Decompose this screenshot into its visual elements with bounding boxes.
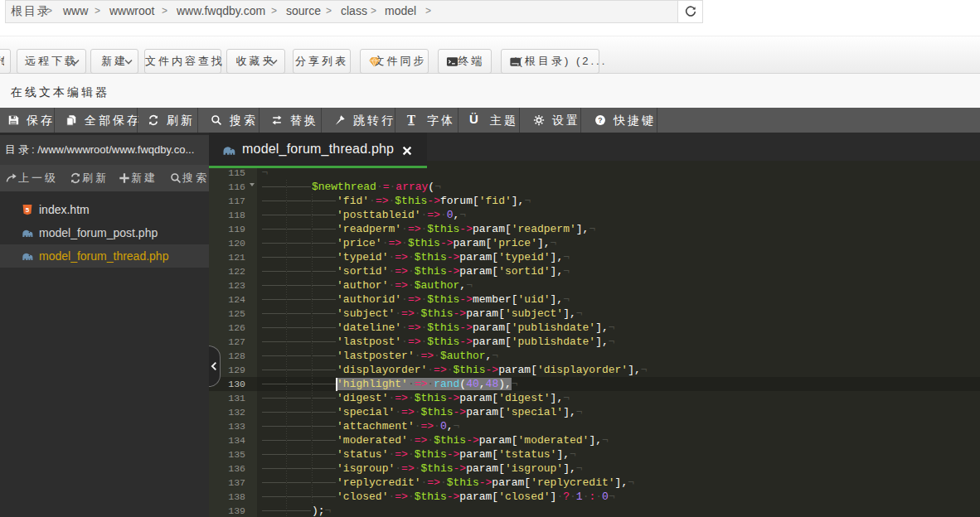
svg-text:5: 5 <box>26 206 30 214</box>
svg-text:?: ? <box>598 116 602 124</box>
